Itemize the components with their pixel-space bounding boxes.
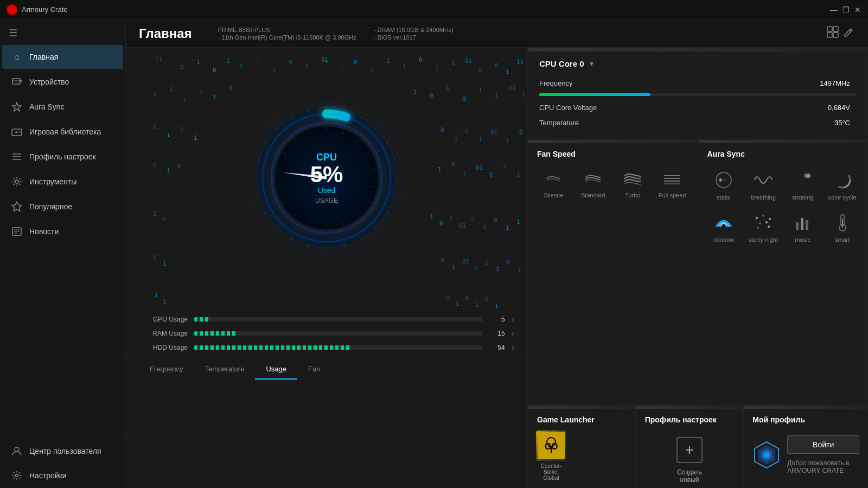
aura-effect-starry_night[interactable]: starry night [744, 207, 782, 247]
aura-effect-breathing[interactable]: breathing [744, 165, 782, 205]
svg-marker-13 [12, 202, 22, 211]
matrix-number: 0 [489, 171, 493, 178]
matrix-number: 1 [370, 67, 374, 74]
sidebar-item-news[interactable]: Новости [2, 220, 123, 243]
create-profile-button[interactable]: + [676, 437, 703, 463]
sidebar-label-profiles: Профиль настроек [29, 152, 96, 161]
matrix-number: 0 [446, 294, 450, 301]
aura-label-strobing: strobing [792, 194, 813, 201]
sidebar-label-user-center: Центр пользователя [29, 447, 101, 455]
popular-icon [11, 201, 23, 213]
matrix-number: 1 [522, 91, 526, 98]
matrix-number: 11 [155, 56, 162, 63]
matrix-number: 0 [478, 67, 482, 74]
fan-label-full_speed: Full speed [659, 192, 686, 198]
matrix-number: 1 [305, 63, 309, 70]
game-launcher-panel: Game Launcher GO [528, 405, 636, 488]
header-actions [827, 26, 855, 41]
bar-expand-1[interactable]: › [512, 329, 514, 338]
sidebar-item-popular[interactable]: Популярное [2, 195, 123, 219]
news-icon [11, 226, 23, 237]
my-profile-panel: Мой профиль Войт [743, 405, 868, 488]
matrix-number: 1 [454, 134, 458, 142]
matrix-number: 0 [153, 124, 157, 131]
svg-rect-99 [842, 219, 843, 228]
tab-frequency[interactable]: Frequency [139, 359, 194, 380]
close-button[interactable]: ✕ [854, 6, 861, 14]
right-panel: CPU Core 0 ▼ Frequency 1497MHz CPU Core … [527, 48, 868, 488]
aura-icon-starry_night [752, 211, 774, 233]
sidebar-item-device[interactable]: Устройство [2, 70, 123, 94]
hamburger-menu[interactable]: ☰ [0, 22, 125, 44]
fan-mode-full_speed[interactable]: Full speed [654, 165, 691, 203]
sidebar-label-tools: Инструменты [29, 177, 76, 186]
game-launcher-grid: GO Counter-Strike: Global [528, 428, 635, 487]
matrix-number: 0 [180, 64, 184, 71]
sidebar-item-aura[interactable]: Aura Sync [2, 95, 123, 119]
fan-mode-turbo[interactable]: Turbo [614, 165, 652, 203]
aura-effect-static[interactable]: static [705, 165, 743, 205]
svg-point-91 [765, 221, 768, 223]
login-button[interactable]: Войти [787, 435, 859, 454]
aura-effect-color_cycle[interactable]: color cycle [824, 165, 861, 205]
sidebar-item-profiles[interactable]: Профиль настроек [2, 145, 123, 169]
tab-usage[interactable]: Usage [255, 359, 297, 380]
matrix-number: 0 [494, 217, 497, 224]
matrix-number: 0 [153, 91, 157, 98]
fan-icon-standard [583, 169, 603, 189]
matrix-number: 1 [485, 259, 489, 266]
svg-rect-22 [827, 33, 832, 37]
matrix-number: 0 [485, 296, 489, 303]
matrix-number: 1 [272, 67, 276, 74]
matrix-number: 1 [430, 213, 433, 220]
profile-avatar [752, 441, 781, 469]
minimize-button[interactable]: — [830, 6, 838, 14]
layout-icon[interactable] [827, 26, 839, 41]
sidebar: ☰ ⌂ Главная Устройство Aura Sync Игровая… [0, 20, 126, 488]
matrix-number: 0 [495, 62, 499, 69]
matrix-number: 01 [509, 85, 516, 92]
matrix-number: 0 [430, 92, 433, 99]
fan-icon-full_speed [662, 169, 682, 189]
bar-label-2: HDD Usage [139, 344, 188, 351]
aura-effect-strobing[interactable]: strobing [784, 165, 821, 205]
tab-temperature[interactable]: Temperature [194, 359, 255, 380]
aura-effect-music[interactable]: music [784, 207, 821, 247]
matrix-number: 1 [256, 56, 260, 63]
game-item-csgo[interactable]: GO Counter-Strike: Global [535, 431, 567, 481]
csgo-thumb-inner: GO [536, 431, 566, 461]
matrix-number: 0 [180, 126, 184, 133]
matrix-number: 1 [163, 298, 167, 305]
cpu-core-dropdown[interactable]: ▼ [589, 60, 595, 68]
matrix-number: 1 [403, 63, 406, 70]
sidebar-item-tools[interactable]: Инструменты [2, 170, 123, 194]
fan-grid: Silence Standard Turbo Full speed [528, 163, 698, 209]
svg-point-89 [769, 218, 771, 220]
sidebar-item-settings[interactable]: Настройки [2, 464, 123, 487]
bar-expand-2[interactable]: › [512, 343, 514, 352]
temperature-value: 35°C [834, 119, 850, 127]
voltage-label: CPU Core Voltage [539, 104, 828, 112]
matrix-number: 01 [321, 56, 328, 63]
matrix-number: 0 [465, 295, 469, 302]
sidebar-item-home[interactable]: ⌂ Главная [2, 45, 123, 69]
sidebar-item-games[interactable]: Игровая библиотека [2, 120, 123, 144]
usage-bars: GPU Usage 5 › RAM Usage 15 › HDD Usage 5… [126, 308, 527, 352]
maximize-button[interactable]: ❐ [842, 6, 850, 14]
matrix-number: 1 [506, 68, 509, 75]
fan-mode-standard[interactable]: Standard [575, 165, 612, 203]
frequency-value: 1497MHz [820, 79, 850, 87]
edit-icon[interactable] [843, 26, 855, 41]
bar-expand-0[interactable]: › [512, 314, 514, 324]
fan-mode-silence[interactable]: Silence [535, 165, 572, 203]
matrix-number: 1 [483, 223, 487, 230]
aura-effect-smart[interactable]: smart [824, 207, 861, 247]
aura-effect-rainbow[interactable]: rainbow [705, 207, 743, 247]
tab-fan[interactable]: Fan [297, 359, 331, 380]
frequency-bar-fill [539, 93, 650, 96]
sidebar-item-user-center[interactable]: Центр пользователя [2, 439, 123, 463]
bar-value-1: 15 [489, 330, 505, 337]
titlebar: Armoury Crate — ❐ ✕ [0, 0, 868, 20]
matrix-number: 1 [213, 94, 216, 101]
aura-icon-smart [832, 211, 853, 233]
